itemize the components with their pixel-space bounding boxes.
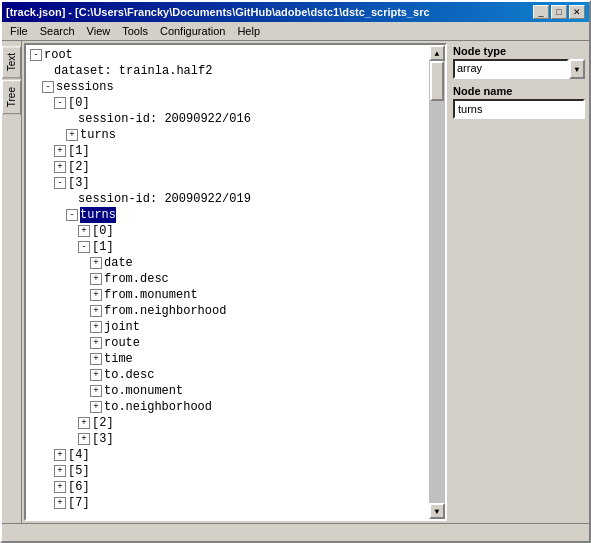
label-s3-t3: [3] [92, 431, 114, 447]
maximize-button[interactable]: □ [551, 5, 567, 19]
tree-row-s2[interactable]: + [2] [30, 159, 425, 175]
label-dataset: dataset: trainla.half2 [54, 63, 212, 79]
status-bar [2, 523, 589, 541]
node-type-label: Node type [453, 45, 585, 57]
label-frommonument: from.monument [104, 287, 198, 303]
tree-row-joint[interactable]: + joint [30, 319, 425, 335]
expand-sessions[interactable]: - [42, 81, 54, 93]
node-type-dropdown[interactable]: array ▼ [453, 59, 585, 79]
expand-s3-t1[interactable]: - [78, 241, 90, 253]
tree-row-fromdesc[interactable]: + from.desc [30, 271, 425, 287]
window-title: [track.json] - [C:\Users\Francky\Documen… [6, 6, 430, 18]
tree-row-s6[interactable]: + [6] [30, 479, 425, 495]
label-date: date [104, 255, 133, 271]
expand-s4[interactable]: + [54, 449, 66, 461]
expand-fromneighborhood[interactable]: + [90, 305, 102, 317]
expand-s3-t2[interactable]: + [78, 417, 90, 429]
label-fromneighborhood: from.neighborhood [104, 303, 226, 319]
close-button[interactable]: ✕ [569, 5, 585, 19]
expand-s3-t3[interactable]: + [78, 433, 90, 445]
tree-row-s1[interactable]: + [1] [30, 143, 425, 159]
expand-s3-t0[interactable]: + [78, 225, 90, 237]
minimize-button[interactable]: _ [533, 5, 549, 19]
scrollbar-thumb[interactable] [430, 61, 444, 101]
expand-s6[interactable]: + [54, 481, 66, 493]
tree-row-s3[interactable]: - [3] [30, 175, 425, 191]
tab-text[interactable]: Text [2, 46, 21, 78]
expand-s1[interactable]: + [54, 145, 66, 157]
tree-row-s5[interactable]: + [5] [30, 463, 425, 479]
tree-row-toneighborhood[interactable]: + to.neighborhood [30, 399, 425, 415]
expand-s3[interactable]: - [54, 177, 66, 189]
tree-row-s0-sessionid[interactable]: session-id: 20090922/016 [30, 111, 425, 127]
tree-row-s3-sessionid[interactable]: session-id: 20090922/019 [30, 191, 425, 207]
tree-row-s3-t2[interactable]: + [2] [30, 415, 425, 431]
label-s2: [2] [68, 159, 90, 175]
title-bar: [track.json] - [C:\Users\Francky\Documen… [2, 2, 589, 22]
expand-tomonument[interactable]: + [90, 385, 102, 397]
label-sessions: sessions [56, 79, 114, 95]
label-s3-t1: [1] [92, 239, 114, 255]
menu-file[interactable]: File [4, 24, 34, 38]
expand-s0[interactable]: - [54, 97, 66, 109]
tree-row-time[interactable]: + time [30, 351, 425, 367]
expand-s3-turns[interactable]: - [66, 209, 78, 221]
expand-joint[interactable]: + [90, 321, 102, 333]
tree-content[interactable]: - root dataset: trainla.half2 - sessions [26, 45, 429, 519]
label-s4: [4] [68, 447, 90, 463]
tree-row-route[interactable]: + route [30, 335, 425, 351]
main-area: Text Tree - root dataset: trainla.half2 [2, 41, 589, 523]
menu-configuration[interactable]: Configuration [154, 24, 231, 38]
main-window: [track.json] - [C:\Users\Francky\Documen… [0, 0, 591, 543]
dropdown-arrow[interactable]: ▼ [569, 59, 585, 79]
expand-fromdesc[interactable]: + [90, 273, 102, 285]
menu-help[interactable]: Help [231, 24, 266, 38]
menu-search[interactable]: Search [34, 24, 81, 38]
scrollbar-track[interactable] [429, 61, 445, 503]
tree-row-s3-turns[interactable]: - turns [30, 207, 425, 223]
tree-row-s3-t1[interactable]: - [1] [30, 239, 425, 255]
tree-panel: - root dataset: trainla.half2 - sessions [24, 43, 447, 521]
label-toneighborhood: to.neighborhood [104, 399, 212, 415]
tree-row-todesc[interactable]: + to.desc [30, 367, 425, 383]
tree-row-dataset[interactable]: dataset: trainla.half2 [30, 63, 425, 79]
node-name-input[interactable] [453, 99, 585, 119]
expand-s7[interactable]: + [54, 497, 66, 509]
right-panel: Node type array ▼ Node name [449, 41, 589, 523]
node-type-value[interactable]: array [453, 59, 569, 79]
tree-row-s7[interactable]: + [7] [30, 495, 425, 511]
label-s1: [1] [68, 143, 90, 159]
expand-s0-turns[interactable]: + [66, 129, 78, 141]
vertical-scrollbar[interactable]: ▲ ▼ [429, 45, 445, 519]
tree-row-s0-turns[interactable]: + turns [30, 127, 425, 143]
tree-row-sessions[interactable]: - sessions [30, 79, 425, 95]
tree-row-tomonument[interactable]: + to.monument [30, 383, 425, 399]
scroll-up-button[interactable]: ▲ [429, 45, 445, 61]
expand-route[interactable]: + [90, 337, 102, 349]
tree-row-s4[interactable]: + [4] [30, 447, 425, 463]
expand-date[interactable]: + [90, 257, 102, 269]
expand-todesc[interactable]: + [90, 369, 102, 381]
label-s3-turns: turns [80, 207, 116, 223]
tree-row-s3-t0[interactable]: + [0] [30, 223, 425, 239]
tree-row-date[interactable]: + date [30, 255, 425, 271]
tree-row-s3-t3[interactable]: + [3] [30, 431, 425, 447]
tree-row-frommonument[interactable]: + from.monument [30, 287, 425, 303]
expand-frommonument[interactable]: + [90, 289, 102, 301]
menu-tools[interactable]: Tools [116, 24, 154, 38]
tree-row-s0[interactable]: - [0] [30, 95, 425, 111]
node-name-label: Node name [453, 85, 585, 97]
tab-tree[interactable]: Tree [2, 80, 21, 114]
window-controls: _ □ ✕ [533, 5, 585, 19]
tree-row-fromneighborhood[interactable]: + from.neighborhood [30, 303, 425, 319]
node-name-section: Node name [453, 85, 585, 119]
expand-time[interactable]: + [90, 353, 102, 365]
expand-toneighborhood[interactable]: + [90, 401, 102, 413]
scroll-down-button[interactable]: ▼ [429, 503, 445, 519]
label-s3-t2: [2] [92, 415, 114, 431]
expand-s2[interactable]: + [54, 161, 66, 173]
expand-root[interactable]: - [30, 49, 42, 61]
expand-s5[interactable]: + [54, 465, 66, 477]
tree-row-root[interactable]: - root [30, 47, 425, 63]
menu-view[interactable]: View [81, 24, 117, 38]
